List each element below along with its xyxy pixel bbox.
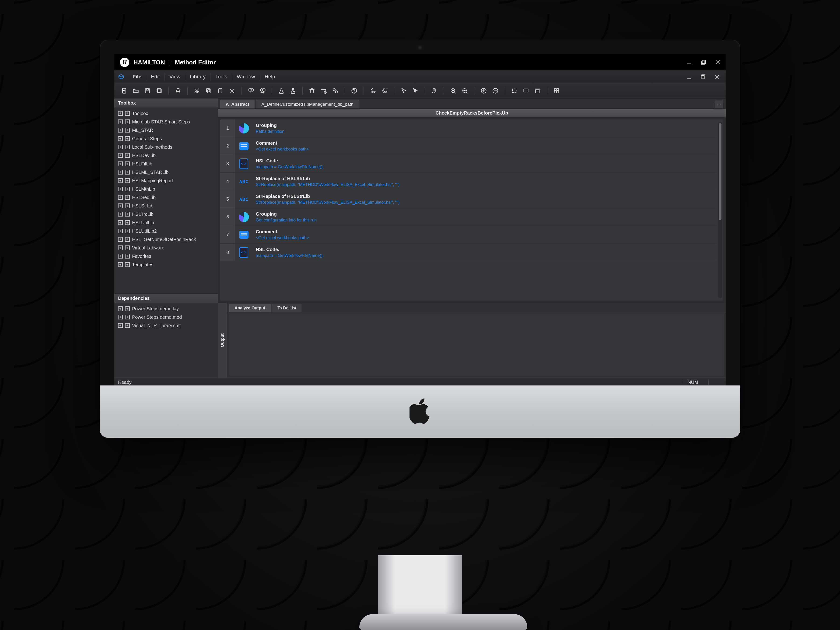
new-file-icon[interactable] [120, 86, 129, 95]
step-row[interactable]: 8HSL Code.mainpath = GetWorkflowFileName… [220, 243, 716, 261]
expand-icon[interactable]: + [118, 245, 123, 250]
tree-item[interactable]: ++HSLDevLib [114, 151, 218, 159]
cut-icon[interactable] [192, 86, 202, 95]
expand-icon[interactable]: + [118, 111, 123, 116]
step-row[interactable]: 1GroupingPaths definition [220, 120, 716, 137]
pointer-icon[interactable] [411, 86, 420, 95]
add-icon[interactable]: + [125, 187, 130, 191]
expand-icon[interactable]: + [118, 306, 123, 311]
expand-icon[interactable]: + [118, 153, 123, 158]
trash-add-icon[interactable] [319, 86, 328, 95]
step-row[interactable]: 2Comment<Get excel workbooks path> [220, 137, 716, 155]
tree-item[interactable]: ++HSLMthLib [114, 185, 218, 193]
expand-icon[interactable]: + [118, 136, 123, 141]
doc-minimize-button[interactable] [685, 73, 693, 81]
menu-window[interactable]: Window [232, 72, 260, 81]
flask-run-icon[interactable] [288, 86, 298, 95]
step-row[interactable]: 6GroupingGet configuration info for this… [220, 208, 716, 226]
tree-item[interactable]: ++Templates [114, 261, 218, 269]
expand-icon[interactable]: + [118, 178, 123, 183]
save-icon[interactable] [143, 86, 152, 95]
add-icon[interactable]: + [125, 120, 130, 124]
zoom-in-icon[interactable] [448, 86, 458, 95]
add-icon[interactable] [479, 86, 488, 95]
flask-icon[interactable] [277, 86, 286, 95]
help-icon[interactable] [349, 86, 359, 95]
menu-view[interactable]: View [165, 72, 185, 81]
pointer-icon[interactable] [399, 86, 408, 95]
tab-nav[interactable]: ‹ › [715, 101, 723, 109]
tree-item[interactable]: ++HSLUtilLib [114, 218, 218, 227]
save-all-icon[interactable] [155, 86, 164, 95]
expand-icon[interactable]: + [118, 145, 123, 149]
menu-library[interactable]: Library [185, 72, 210, 81]
menu-file[interactable]: File [128, 72, 146, 81]
add-icon[interactable]: + [125, 111, 130, 116]
step-row[interactable]: 3HSL Code.mainpath = GetWorkflowFileName… [220, 155, 716, 173]
menu-help[interactable]: Help [260, 72, 280, 81]
archive-icon[interactable] [533, 86, 542, 95]
tree-item[interactable]: ++Toolbox [114, 109, 218, 118]
expand-icon[interactable]: + [118, 170, 123, 175]
add-icon[interactable]: + [125, 212, 130, 216]
scrollbar[interactable] [718, 122, 722, 298]
add-icon[interactable]: + [125, 178, 130, 183]
expand-icon[interactable]: + [118, 120, 123, 124]
expand-icon[interactable]: + [118, 161, 123, 166]
doc-restore-button[interactable] [699, 73, 707, 81]
tree-item[interactable]: ++General Steps [114, 134, 218, 143]
dependencies-tree[interactable]: ++Power Steps demo.lay++Power Steps demo… [114, 303, 218, 377]
expand-icon[interactable]: + [118, 204, 123, 208]
tree-item[interactable]: ++HSLTrcLib [114, 210, 218, 218]
tree-item[interactable]: ++HSLML_STARLib [114, 168, 218, 177]
expand-icon[interactable]: + [118, 323, 123, 328]
tree-item[interactable]: ++HSLSeqLib [114, 193, 218, 202]
add-icon[interactable]: + [125, 195, 130, 200]
add-icon[interactable]: + [125, 229, 130, 233]
expand-icon[interactable]: + [118, 187, 123, 191]
replace-icon[interactable] [258, 86, 267, 95]
expand-icon[interactable]: + [118, 254, 123, 259]
paste-icon[interactable] [216, 86, 225, 95]
step-row[interactable]: 5ABCStrReplace of HSLStrLibStrReplace(ma… [220, 190, 716, 208]
expand-icon[interactable]: + [118, 128, 123, 133]
expand-icon[interactable]: + [118, 195, 123, 200]
copy-icon[interactable] [204, 86, 213, 95]
output-tab[interactable]: To Do List [272, 304, 302, 312]
add-icon[interactable]: + [125, 145, 130, 149]
doc-close-button[interactable] [713, 73, 721, 81]
select-rect-icon[interactable] [510, 86, 519, 95]
add-icon[interactable]: + [125, 306, 130, 311]
tree-item[interactable]: ++HSLMappingReport [114, 177, 218, 185]
expand-icon[interactable]: + [118, 229, 123, 233]
tree-item[interactable]: ++Virtual Labware [114, 243, 218, 252]
add-icon[interactable]: + [125, 204, 130, 208]
expand-icon[interactable]: + [118, 315, 123, 319]
add-icon[interactable]: + [125, 262, 130, 267]
moon-icon[interactable] [368, 86, 378, 95]
add-icon[interactable]: + [125, 254, 130, 259]
add-icon[interactable]: + [125, 315, 130, 319]
tree-item[interactable]: ++Favorites [114, 252, 218, 261]
tree-item[interactable]: ++Visual_NTR_library.smt [114, 321, 218, 330]
tree-item[interactable]: ++Microlab STAR Smart Steps [114, 118, 218, 126]
hand-icon[interactable] [429, 86, 439, 95]
trash-icon[interactable] [307, 86, 317, 95]
window-restore-button[interactable] [699, 58, 707, 66]
step-row[interactable]: 4ABCStrReplace of HSLStrLibStrReplace(ma… [220, 173, 716, 190]
add-icon[interactable]: + [125, 323, 130, 328]
tree-item[interactable]: ++ML_STAR [114, 126, 218, 134]
add-icon[interactable]: + [125, 245, 130, 250]
menu-tools[interactable]: Tools [210, 72, 232, 81]
find-icon[interactable] [246, 86, 256, 95]
remove-icon[interactable] [491, 86, 500, 95]
moon-icon[interactable] [380, 86, 390, 95]
link-icon[interactable] [331, 86, 340, 95]
expand-icon[interactable]: + [118, 220, 123, 225]
delete-icon[interactable] [227, 86, 237, 95]
tree-item[interactable]: ++HSL_GetNumOfDefPosInRack [114, 235, 218, 243]
add-icon[interactable]: + [125, 153, 130, 158]
screen-icon[interactable] [521, 86, 531, 95]
toolbox-tree[interactable]: ++Toolbox++Microlab STAR Smart Steps++ML… [114, 108, 218, 294]
method-tab[interactable]: A_Abstract [220, 99, 254, 109]
